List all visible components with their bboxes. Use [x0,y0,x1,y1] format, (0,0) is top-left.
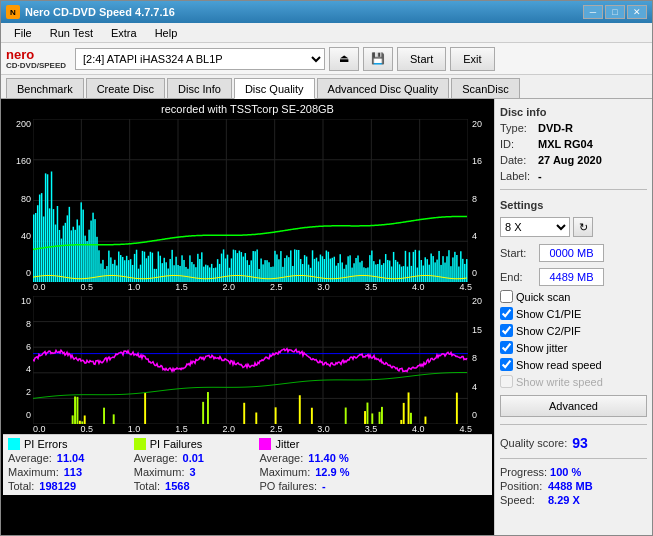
pi-failures-stats: PI Failures Average: 0.01 Maximum: 3 Tot… [134,438,240,492]
pi-failures-header: PI Failures [134,438,240,450]
show-jitter-label: Show jitter [516,342,567,354]
show-write-speed-label: Show write speed [516,376,603,388]
by-label-10: 10 [3,296,33,306]
disc-label-value: - [538,170,542,182]
progress-value: 100 % [550,466,581,478]
show-read-speed-checkbox[interactable] [500,358,513,371]
show-read-speed-label: Show read speed [516,359,602,371]
quick-scan-row: Quick scan [500,290,647,303]
show-c2-label: Show C2/PIF [516,325,581,337]
pi-failures-total-value: 1568 [165,480,215,492]
start-button[interactable]: Start [397,47,446,71]
exit-button[interactable]: Exit [450,47,494,71]
by-label-0: 0 [3,410,33,420]
show-jitter-checkbox[interactable] [500,341,513,354]
tab-disc-info[interactable]: Disc Info [167,78,232,98]
menu-extra[interactable]: Extra [103,25,145,41]
show-write-speed-checkbox[interactable] [500,375,513,388]
jitter-po-label: PO failures: [259,480,316,492]
pi-errors-average-row: Average: 11.04 [8,452,114,464]
disc-type-label: Type: [500,122,535,134]
pi-failures-label: PI Failures [150,438,203,450]
show-c2-row: Show C2/PIF [500,324,647,337]
pi-errors-header: PI Errors [8,438,114,450]
progress-label: Progress: [500,466,547,478]
minimize-button[interactable]: ─ [583,5,603,19]
pi-errors-max-row: Maximum: 113 [8,466,114,478]
pi-failures-avg-value: 0.01 [183,452,233,464]
advanced-button[interactable]: Advanced [500,395,647,417]
title-bar-left: N Nero CD-DVD Speed 4.7.7.16 [6,5,175,19]
by-right-4: 4 [472,382,492,392]
start-mb-row: Start: 0000 MB [500,244,647,262]
position-value: 4488 MB [548,480,593,492]
maximize-button[interactable]: □ [605,5,625,19]
disc-type-value: DVD-R [538,122,573,134]
pi-errors-avg-label: Average: [8,452,52,464]
drive-dropdown[interactable]: [2:4] ATAPI iHAS324 A BL1P [75,48,325,70]
quality-score-value: 93 [572,435,588,451]
y-right-0: 0 [472,268,492,278]
y-label-0-top: 0 [3,268,33,278]
jitter-avg-value: 11.40 % [308,452,358,464]
settings-title: Settings [500,199,647,211]
right-panel: Disc info Type: DVD-R ID: MXL RG04 Date:… [494,99,652,535]
tab-advanced-disc-quality[interactable]: Advanced Disc Quality [317,78,450,98]
start-mb-label: Start: [500,247,535,259]
quick-scan-checkbox[interactable] [500,290,513,303]
pi-errors-total-row: Total: 198129 [8,480,114,492]
jitter-avg-row: Average: 11.40 % [259,452,371,464]
tab-create-disc[interactable]: Create Disc [86,78,165,98]
pi-failures-color [134,438,146,450]
tabs-bar: Benchmark Create Disc Disc Info Disc Qua… [1,75,652,99]
stats-bar: PI Errors Average: 11.04 Maximum: 113 To… [3,434,492,495]
toolbar: nero CD·DVD/SPEED [2:4] ATAPI iHAS324 A … [1,43,652,75]
refresh-button[interactable]: ↻ [573,217,593,237]
speed-row: Speed: 8.29 X [500,494,647,506]
main-window: N Nero CD-DVD Speed 4.7.7.16 ─ □ ✕ File … [0,0,653,536]
tab-benchmark[interactable]: Benchmark [6,78,84,98]
menu-file[interactable]: File [6,25,40,41]
by-right-0b: 0 [472,410,492,420]
disc-type-row: Type: DVD-R [500,122,647,134]
speed-value: 8.29 X [548,494,580,506]
pi-failures-total-label: Total: [134,480,160,492]
menu-run-test[interactable]: Run Test [42,25,101,41]
menu-help[interactable]: Help [147,25,186,41]
bottom-chart-canvas [33,296,468,424]
pi-errors-total-label: Total: [8,480,34,492]
by-label-6: 6 [3,342,33,352]
jitter-color [259,438,271,450]
position-row: Position: 4488 MB [500,480,647,492]
save-button[interactable]: 💾 [363,47,393,71]
end-mb-input[interactable]: 4489 MB [539,268,604,286]
tab-disc-quality[interactable]: Disc Quality [234,78,315,99]
speed-dropdown[interactable]: 8 X 4 X 2 X Max [500,217,570,237]
pi-errors-total-value: 198129 [39,480,89,492]
position-label: Position: [500,480,545,492]
y-right-4: 4 [472,231,492,241]
tab-scan-disc[interactable]: ScanDisc [451,78,519,98]
window-title: Nero CD-DVD Speed 4.7.7.16 [25,6,175,18]
eject-button[interactable]: ⏏ [329,47,359,71]
jitter-max-value: 12.9 % [315,466,365,478]
pi-errors-label: PI Errors [24,438,67,450]
pi-errors-max-label: Maximum: [8,466,59,478]
y-right-8: 8 [472,194,492,204]
pi-failures-max-row: Maximum: 3 [134,466,240,478]
disc-date-row: Date: 27 Aug 2020 [500,154,647,166]
chart-area: recorded with TSSTcorp SE-208GB 200 160 … [1,99,494,535]
show-c2-checkbox[interactable] [500,324,513,337]
pi-failures-avg-label: Average: [134,452,178,464]
disc-id-label: ID: [500,138,535,150]
close-button[interactable]: ✕ [627,5,647,19]
by-right-20: 20 [472,296,492,306]
bottom-chart: 10 8 6 4 2 0 20 15 8 4 0 0. [3,294,492,434]
start-mb-input[interactable]: 0000 MB [539,244,604,262]
divider-1 [500,189,647,190]
disc-label-label: Label: [500,170,535,182]
show-c1-checkbox[interactable] [500,307,513,320]
show-write-speed-row: Show write speed [500,375,647,388]
show-c1-label: Show C1/PIE [516,308,581,320]
menubar: File Run Test Extra Help [1,23,652,43]
